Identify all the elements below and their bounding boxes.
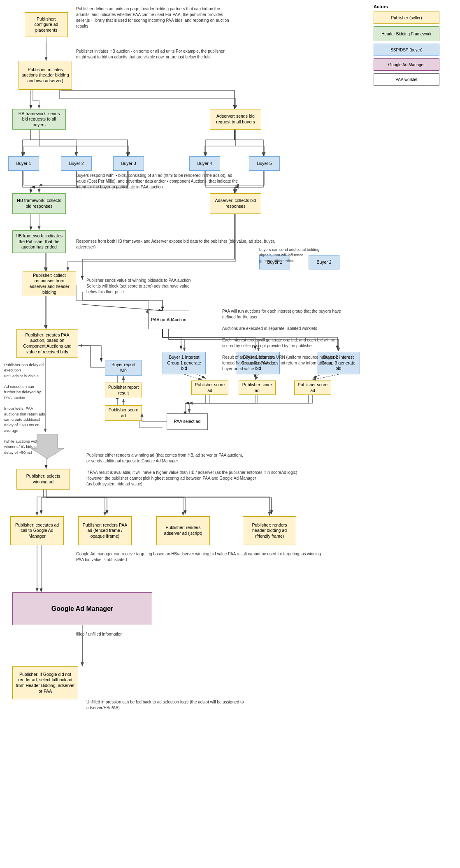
node-renders-adserver: Publisher: renders adserver ad (jscript) xyxy=(156,516,210,545)
node-buyer4: Buyer 4 xyxy=(189,156,220,171)
node-n16-label: Publisher report result xyxy=(108,385,139,396)
annotation-12: Unfilled impression can be fed back to a… xyxy=(86,699,251,711)
node-adserver-collects: Adserver: collects bid responses xyxy=(210,193,261,214)
node-pub-report-result: Publisher report result xyxy=(105,383,142,398)
node-pub-score-ad: Publisher score ad xyxy=(105,405,142,421)
node-score-ad1: Publisher score ad xyxy=(191,381,228,395)
node-hb-sends: HB framework: sends bid requests to all … xyxy=(12,109,66,130)
node-b5-label: Buyer 5 xyxy=(257,161,272,167)
annotation-3: Buyers respond with: • bids, consisting … xyxy=(76,173,241,190)
annotation-6: Publisher sends value of winning bids/ad… xyxy=(86,278,235,295)
node-score-ad3: Publisher score ad xyxy=(294,381,331,395)
node-renders-hb: Publisher: renders header bidding ad (fr… xyxy=(243,516,296,545)
node-n19-label: Publisher: selects winning ad xyxy=(19,473,67,485)
actor-ssp: SSP/DSP (buyer) xyxy=(374,44,439,56)
node-score-ad2: Publisher score ad xyxy=(239,381,276,395)
node-ig1-label: Buyer 1 Interest Group 1 generate bid xyxy=(165,355,203,371)
node-paa-select: PAA select ad xyxy=(167,413,208,430)
node-publisher-collect: Publisher: collect responses from adserv… xyxy=(23,272,76,296)
node-executes-gam: Publisher: executes ad call to Google Ad… xyxy=(10,516,64,545)
node-renders-paa: Publisher: renders PAA ad (fenced frame … xyxy=(78,516,132,545)
node-gam: Google Ad Manager xyxy=(12,592,152,625)
node-b3-label: Buyer 3 xyxy=(121,161,136,167)
node-b1-label: Buyer 1 xyxy=(16,161,31,167)
annotation-10: Google Ad manager can receive targeting … xyxy=(76,551,323,563)
actor-publisher: Publisher (seller) xyxy=(374,12,439,24)
node-n17-label: Publisher score ad xyxy=(108,407,139,418)
annotation-11: filled / unfilled information xyxy=(76,631,200,637)
node-hb-indicates: HB framework: indicates the Publisher th… xyxy=(12,230,66,253)
node-n20d-label: Publisher: renders header bidding ad (fr… xyxy=(246,522,293,539)
actors-title: Actors xyxy=(374,4,448,9)
node-buyer2: Buyer 2 xyxy=(61,156,92,171)
node-n7-label: Adserver: collects bid responses xyxy=(213,198,258,209)
annotation-5: buyers can send additional biddingsignal… xyxy=(259,247,342,263)
node-n20a-label: Publisher: executes ad call to Google Ad… xyxy=(13,522,61,539)
node-sa3-label: Publisher score ad xyxy=(297,382,328,393)
node-n4-label: Adserver: sends bid request to all buyer… xyxy=(213,114,258,125)
svg-line-20 xyxy=(184,374,202,380)
actor-paa: PAA worklet xyxy=(374,73,439,86)
annotation-4: Responses from both HB framework and Ads… xyxy=(76,239,282,250)
node-b2-label: Buyer 2 xyxy=(69,161,84,167)
node-n9-label: Publisher: collect responses from adserv… xyxy=(26,273,73,295)
annotation-8: PAA will run auctions for each interest … xyxy=(222,309,387,372)
node-n3-label: HB framework: sends bid requests to all … xyxy=(15,111,63,128)
diagram-container: Actors Publisher (seller) Header Bidding… xyxy=(0,0,460,868)
actor-gam: Google Ad Manager xyxy=(374,58,439,71)
node-buyer-report-win: Buyer report win xyxy=(105,360,142,376)
node-n20c-label: Publisher: renders adserver ad (jscript) xyxy=(159,525,207,536)
node-n2-label: Publisher: initiates auctions (header bi… xyxy=(21,67,69,84)
node-buyer1: Buyer 1 xyxy=(8,156,39,171)
node-ig1: Buyer 1 Interest Group 1 generate bid xyxy=(163,352,206,374)
node-n22-label: Publisher: if Google did not render ad, … xyxy=(15,672,75,694)
annotation-1: Publisher defines ad units on page, head… xyxy=(76,6,232,29)
node-buyer3: Buyer 3 xyxy=(113,156,144,171)
node-publisher-selects: Publisher: selects winning ad xyxy=(16,469,70,490)
svg-marker-14 xyxy=(31,434,64,459)
actors-section: Actors Publisher (seller) Header Bidding… xyxy=(374,4,448,88)
node-n14-label: Publisher: creates PAA auction, based on… xyxy=(19,332,75,355)
node-n20b-label: Publisher: renders PAA ad (fenced frame … xyxy=(81,522,129,539)
node-publisher-configure: Publisher: configure ad placements xyxy=(25,12,68,37)
node-b4-label: Buyer 4 xyxy=(197,161,212,167)
svg-line-22 xyxy=(313,374,339,380)
node-publisher-creates: Publisher: creates PAA auction, based on… xyxy=(16,329,78,358)
node-publisher-fallback: Publisher: if Google did not render ad, … xyxy=(12,666,78,699)
node-n6-label: HB framework: collects bid responses xyxy=(15,198,63,209)
node-buyer5: Buyer 5 xyxy=(249,156,280,171)
node-adserver-sends: Adserver: sends bid request to all buyer… xyxy=(210,109,261,130)
node-n10-label: PAA runAdAuction xyxy=(151,317,186,323)
node-hb-collects: HB framework: collects bid responses xyxy=(12,193,66,214)
svg-line-21 xyxy=(255,374,258,380)
node-n18-label: PAA select ad xyxy=(174,419,201,425)
annotation-9: Publisher either renders a winning ad (t… xyxy=(86,453,354,487)
actor-hbf: Header Bidding Framework xyxy=(374,26,439,41)
node-sa2-label: Publisher score ad xyxy=(242,382,273,393)
node-publisher-initiates: Publisher: initiates auctions (header bi… xyxy=(19,61,72,90)
node-n15-label: Buyer report win xyxy=(108,362,139,373)
node-paa-run: PAA runAdAuction xyxy=(148,311,189,329)
annotation-2: Publisher initiates HB auction - on some… xyxy=(76,49,232,60)
node-n8-label: HB framework: indicates the Publisher th… xyxy=(15,233,63,250)
node-sa1-label: Publisher score ad xyxy=(194,382,225,393)
big-arrow-down xyxy=(31,434,64,459)
node-n1-label: Publisher: configure ad placements xyxy=(28,16,65,33)
